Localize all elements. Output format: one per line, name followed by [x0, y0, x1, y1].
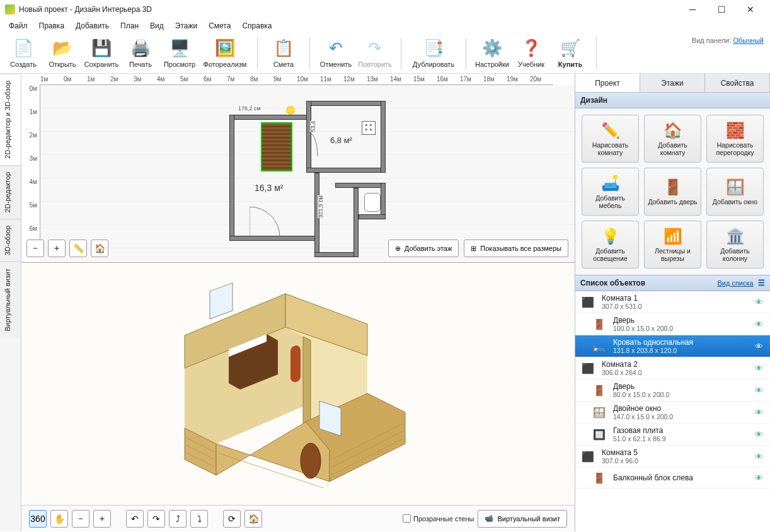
- wall[interactable]: [381, 101, 386, 173]
- visibility-toggle-icon[interactable]: 👁: [755, 408, 766, 417]
- toolbar-undo-button[interactable]: ↶Отменить: [318, 35, 354, 69]
- rotate-left-button[interactable]: ↶: [126, 510, 144, 528]
- right-tab-props[interactable]: Свойства: [705, 74, 770, 92]
- design-add-column-button[interactable]: 🏛️Добавить колонну: [706, 221, 764, 269]
- object-row[interactable]: ⬛Комната 2306.0 x 264.0👁: [575, 357, 770, 379]
- objects-list[interactable]: ⬛Комната 1307.0 x 531.0👁🚪Дверь100.0 x 15…: [575, 291, 770, 531]
- view-360-button[interactable]: 360: [29, 510, 47, 528]
- object-row[interactable]: 🛏️Кровать односпальная131.8 x 203.8 x 12…: [575, 335, 770, 357]
- menu-file[interactable]: Файл: [4, 20, 33, 32]
- menu-floors[interactable]: Этажи: [170, 20, 202, 32]
- home-button[interactable]: 🏠: [91, 240, 108, 257]
- toolbar-duplicate-button[interactable]: 📑Дублировать: [409, 35, 458, 69]
- pan-button[interactable]: ✋: [50, 510, 68, 528]
- tilt-up-button[interactable]: ⤴: [169, 510, 187, 528]
- show-dimensions-button[interactable]: ⊞Показывать все размеры: [464, 240, 568, 257]
- vtab-v1[interactable]: 2D-редактор и 3D-обзор: [0, 74, 21, 165]
- menu-estimate[interactable]: Смета: [204, 20, 236, 32]
- measure-button[interactable]: 📏: [69, 240, 87, 257]
- object-row[interactable]: 🚪Дверь80.0 x 15.0 x 200.0👁: [575, 379, 770, 402]
- zoom-out-button[interactable]: －: [26, 240, 44, 257]
- toolbar-buy-button[interactable]: 🛒Купить: [552, 35, 589, 69]
- wall[interactable]: [381, 183, 386, 218]
- floorplan[interactable]: ⚬⚬⚬⚬ 16,3 м² 6,8 м² 176,2 см 53,4 321,9 …: [229, 101, 393, 258]
- wall[interactable]: [306, 168, 384, 173]
- toolbar-settings-button[interactable]: ⚙️Настройки: [474, 35, 510, 69]
- visibility-toggle-icon[interactable]: 👁: [755, 452, 766, 461]
- object-row[interactable]: 🚪Балконный блок слева👁: [575, 468, 770, 489]
- toolbar-save-button[interactable]: 💾Сохранить: [83, 35, 120, 69]
- wall[interactable]: [306, 101, 384, 106]
- toolbar-redo-button[interactable]: ↷Повторить: [357, 35, 393, 69]
- virtual-visit-button[interactable]: 📹 Виртуальный визит: [478, 510, 567, 528]
- wall[interactable]: [314, 252, 357, 257]
- object-row[interactable]: 🪟Двойное окно147.0 x 15.0 x 200.0👁: [575, 402, 770, 424]
- vtab-v3[interactable]: 3D-обзор: [0, 219, 21, 262]
- bathtub-icon[interactable]: [364, 193, 381, 212]
- editor-3d[interactable]: [21, 263, 575, 505]
- object-row[interactable]: ⬛Комната 1307.0 x 531.0👁: [575, 291, 770, 313]
- rotate-right-button[interactable]: ↷: [147, 510, 165, 528]
- zoom-in-3d-button[interactable]: ＋: [93, 510, 111, 528]
- minimize-button[interactable]: ─: [678, 0, 707, 19]
- right-tab-project[interactable]: Проект: [575, 74, 640, 92]
- zoom-in-button[interactable]: ＋: [48, 240, 66, 257]
- menu-view[interactable]: Вид: [145, 20, 169, 32]
- list-settings-icon[interactable]: ☰: [758, 279, 765, 287]
- right-tab-floors[interactable]: Этажи: [640, 74, 705, 92]
- visibility-toggle-icon[interactable]: 👁: [755, 320, 766, 329]
- vtab-v2[interactable]: 2D-редактор: [0, 165, 21, 219]
- visibility-toggle-icon[interactable]: 👁: [755, 298, 766, 307]
- menu-plan[interactable]: План: [115, 20, 144, 32]
- toolbar-photoreal-button[interactable]: 🖼️Фотореализм: [200, 35, 250, 69]
- toolbar-estimate-button[interactable]: 📋Смета: [265, 35, 302, 69]
- visibility-toggle-icon[interactable]: 👁: [755, 364, 766, 373]
- visibility-toggle-icon[interactable]: 👁: [755, 386, 766, 395]
- vtab-v4[interactable]: Виртуальный визит: [0, 262, 21, 338]
- toolbar-label: Настройки: [475, 61, 509, 68]
- visibility-toggle-icon[interactable]: 👁: [755, 430, 766, 439]
- toolbar-open-button[interactable]: 📂Открыть: [44, 35, 81, 69]
- home-3d-button[interactable]: 🏠: [244, 510, 262, 528]
- canvas-2d[interactable]: ⚬⚬⚬⚬ 16,3 м² 6,8 м² 176,2 см 53,4 321,9 …: [40, 85, 575, 262]
- wall[interactable]: [229, 115, 234, 240]
- wall[interactable]: [335, 183, 386, 188]
- toolbar-create-button[interactable]: 📄Создать: [5, 35, 42, 69]
- design-add-window-button[interactable]: 🪟Добавить окно: [706, 168, 764, 216]
- transparent-walls-checkbox[interactable]: Прозрачные стены: [403, 514, 474, 523]
- design-add-door-button[interactable]: 🚪Добавить дверь: [644, 168, 701, 216]
- design-stairs-button[interactable]: 📶Лестницы и вырезы: [644, 221, 701, 269]
- wall[interactable]: [353, 188, 359, 257]
- object-row[interactable]: ⬛Комната 5307.0 x 96.0👁: [575, 446, 770, 468]
- wall[interactable]: [359, 214, 386, 219]
- wall[interactable]: [229, 115, 311, 120]
- editor-2d[interactable]: 1м0м1м2м3м4м5м6м7м8м9м10м11м12м13м14м15м…: [21, 74, 575, 263]
- design-draw-room-button[interactable]: ✏️Нарисовать комнату: [582, 115, 639, 163]
- furniture-bed-selected[interactable]: [261, 122, 292, 171]
- design-add-light-button[interactable]: 💡Добавить освещение: [582, 221, 639, 269]
- transparent-walls-input[interactable]: [403, 514, 411, 523]
- visibility-toggle-icon[interactable]: 👁: [755, 473, 766, 483]
- object-row[interactable]: 🚪Дверь100.0 x 15.0 x 200.0👁: [575, 313, 770, 335]
- object-row[interactable]: 🔲Газовая плита51.0 x 62.1 x 86.9👁: [575, 424, 770, 446]
- tilt-down-button[interactable]: ⤵: [190, 510, 208, 528]
- menu-add[interactable]: Добавить: [71, 20, 114, 32]
- maximize-button[interactable]: ☐: [707, 0, 736, 19]
- close-button[interactable]: ✕: [736, 0, 765, 19]
- toolbar-print-button[interactable]: 🖨️Печать: [122, 35, 159, 69]
- list-view-link[interactable]: Вид списка: [717, 279, 753, 287]
- toolbar-preview-button[interactable]: 🖥️Просмотр: [161, 35, 198, 69]
- panel-view-link[interactable]: Обычный: [733, 37, 764, 44]
- design-add-room-button[interactable]: 🏠Добавить комнату: [644, 115, 701, 163]
- visibility-toggle-icon[interactable]: 👁: [755, 342, 766, 351]
- design-add-furniture-button[interactable]: 🛋️Добавить мебель: [582, 168, 639, 216]
- menu-edit[interactable]: Правка: [34, 20, 70, 32]
- reset-view-button[interactable]: ⟳: [223, 510, 241, 528]
- design-draw-partition-button[interactable]: 🧱Нарисовать перегородку: [706, 115, 764, 163]
- add-floor-button[interactable]: ⊕Добавить этаж: [388, 240, 459, 257]
- light-icon[interactable]: [286, 106, 295, 115]
- zoom-out-3d-button[interactable]: －: [72, 510, 89, 528]
- toolbar-textbook-button[interactable]: ❓Учебник: [513, 35, 549, 69]
- menu-help[interactable]: Справка: [237, 20, 277, 32]
- stove-icon[interactable]: ⚬⚬⚬⚬: [362, 121, 376, 135]
